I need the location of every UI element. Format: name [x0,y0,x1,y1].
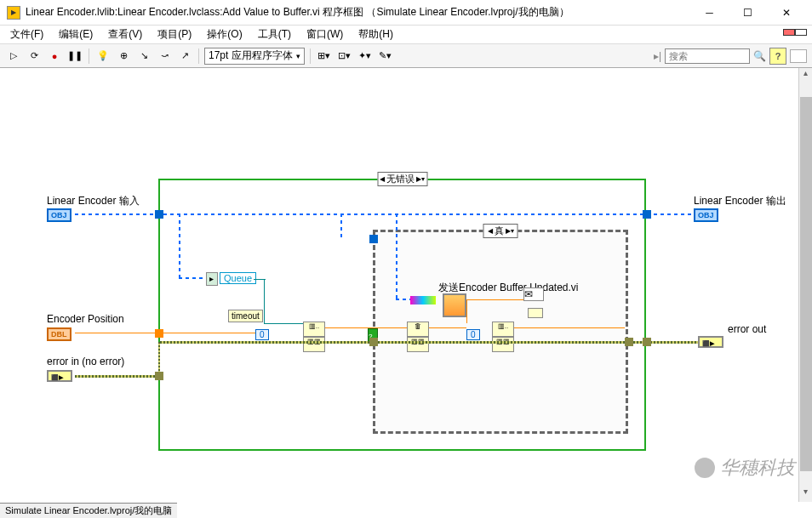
wire-orange-mid [325,327,407,328]
wire-dbl [75,333,255,333]
menu-operate[interactable]: 操作(O) [200,26,249,43]
wire-error-v [158,342,160,376]
resize-button[interactable]: ✦▾ [357,48,374,65]
wire-error [75,375,160,378]
help-icon[interactable]: ? [769,48,786,65]
wire-orange-top [466,299,523,300]
minimize-button[interactable]: ─ [690,1,729,25]
vi-connector-icon[interactable] [783,26,809,42]
tunnel-err-inner-r [625,338,633,346]
menu-project[interactable]: 项目(P) [151,26,198,43]
font-label: 17pt 应用程序字体 [209,48,293,63]
terminal-error-in[interactable] [47,370,72,382]
wire-obj-branch2 [340,213,342,239]
wire-orange-mid2 [429,327,466,328]
wire-orange-up [466,299,467,323]
case-selector-outer[interactable]: 无错误 [377,172,427,186]
scroll-thumb[interactable] [800,97,812,471]
wire-queue-h2 [264,323,303,324]
wire-obj-branch3 [396,213,397,299]
abort-button[interactable]: ● [46,48,63,65]
enqueue-node[interactable]: ▥.. [303,322,325,337]
block-diagram[interactable]: 无错误 真 Linear Encoder 输入 OBJ Encoder Posi… [0,68,812,502]
label-encoder-position: Encoder Position [47,313,124,325]
enqueue-node-2[interactable]: ▥▥ [303,337,325,352]
tunnel-obj-inner [369,235,378,243]
wire-obj-branch3h [396,299,410,300]
wire-obj-branch1 [179,213,180,277]
menu-file[interactable]: 文件(F) [3,26,50,43]
close-button[interactable]: ✕ [767,1,805,25]
menu-tools[interactable]: 工具(T) [251,26,298,43]
vi-icon-small[interactable] [790,49,807,63]
menu-view[interactable]: 查看(V) [101,26,149,43]
label-error-out: error out [728,323,766,335]
unbundle-node[interactable]: ▸ [206,272,218,286]
queue-status-node-2[interactable]: ▥▥ [492,337,514,352]
scroll-down-icon[interactable]: ▾ [799,487,812,500]
wire-queue-v [264,279,265,323]
vertical-scrollbar[interactable]: ▴ ▾ [798,68,812,502]
retain-button[interactable]: ⊕ [115,48,132,65]
status-bar: Simulate Linear Encoder.lvproj/我的电脑 [0,503,177,518]
tunnel-err-right [643,338,651,346]
case-selector-inner[interactable]: 真 [483,224,518,238]
terminal-encoder-position[interactable]: DBL [47,327,71,341]
menu-edit[interactable]: 编辑(E) [52,26,100,43]
label-linear-encoder-in: Linear Encoder 输入 [47,194,140,208]
distribute-button[interactable]: ⊡▾ [336,48,353,65]
status-path: Simulate Linear Encoder.lvproj/我的电脑 [5,505,172,515]
run-continuous-button[interactable]: ⟳ [26,48,43,65]
class-ref-icon [410,296,436,305]
wire-error-2 [160,341,698,344]
align-button[interactable]: ⊞▾ [316,48,333,65]
run-button[interactable]: ▷ [5,48,22,65]
menu-help[interactable]: 帮助(H) [352,26,400,43]
app-icon [7,6,20,20]
step-out-button[interactable]: ↗ [176,48,193,65]
label-linear-encoder-out: Linear Encoder 输出 [694,194,786,208]
event-node-icon[interactable]: ✉ [523,287,544,301]
search-input[interactable] [665,48,750,64]
maximize-button[interactable]: ☐ [729,1,767,25]
queue-status-node[interactable]: ▥.. [492,322,514,337]
timeout-label: timeout [228,310,263,322]
window-title: Linear Encoder.lvlib:Linear Encoder.lvcl… [26,5,690,20]
constant-zero-2[interactable]: 0 [466,329,480,340]
search-divider-icon: ▸| [654,50,661,62]
wire-orange-right [514,327,625,328]
dequeue-front-node[interactable]: 🗑 [407,322,429,337]
terminal-linear-encoder-out[interactable]: OBJ [694,208,718,222]
tunnel-err-inner-l [369,338,378,346]
tunnel-dbl [155,329,163,338]
label-error-in: error in (no error) [47,356,124,367]
queue-element[interactable]: Queue [220,272,256,284]
wire-obj-branch1h [179,277,206,279]
highlight-button[interactable]: 💡 [94,48,112,65]
small-node-icon[interactable] [528,308,543,318]
wire-obj-main [75,213,694,215]
scroll-up-icon[interactable]: ▴ [799,68,812,82]
step-over-button[interactable]: ⤻ [156,48,173,65]
tunnel-err-left [155,372,163,380]
tunnel-obj-right [643,210,651,219]
menu-window[interactable]: 窗口(W) [300,26,350,43]
search-icon[interactable]: 🔍 [753,50,766,62]
tunnel-obj-left [155,210,163,219]
constant-zero-1[interactable]: 0 [255,329,269,340]
font-selector[interactable]: 17pt 应用程序字体 [204,48,305,65]
wire-queue-h [254,279,266,280]
subvi-icon[interactable] [443,293,466,317]
reorder-button[interactable]: ✎▾ [377,48,394,65]
terminal-error-out[interactable] [698,336,723,348]
step-into-button[interactable]: ↘ [135,48,152,65]
wechat-icon [695,458,715,478]
terminal-linear-encoder-in[interactable]: OBJ [47,208,71,222]
watermark: 华穗科技 [695,455,795,481]
dequeue-front-node-2[interactable]: ▥▥ [407,337,429,352]
pause-button[interactable]: ❚❚ [66,48,83,65]
